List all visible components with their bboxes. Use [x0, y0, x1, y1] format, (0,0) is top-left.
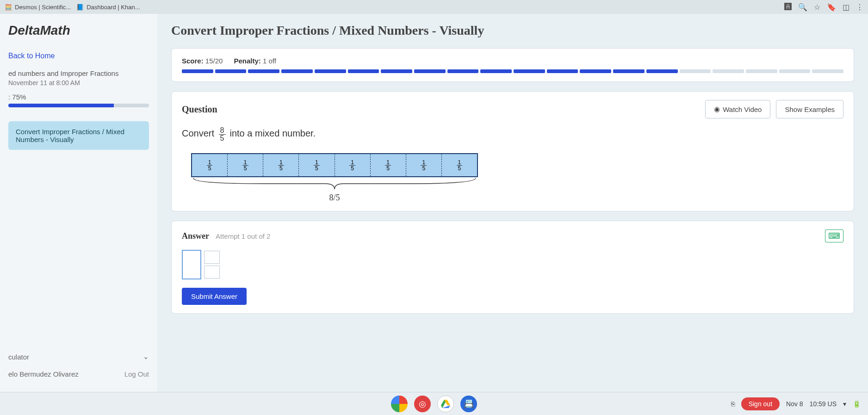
attempt-counter: Attempt 1 out of 2 [216, 232, 270, 240]
play-icon: ◉ [714, 105, 720, 113]
progress-segment [547, 69, 578, 73]
penalty-text: Penalty: 1 off [234, 57, 276, 65]
main-content: Convert Improper Fractions / Mixed Numbe… [157, 14, 868, 392]
submit-answer-button[interactable]: Submit Answer [182, 288, 247, 305]
progress-segment [315, 69, 346, 73]
progress-segment [215, 69, 247, 73]
progress-segment [680, 69, 711, 73]
user-name: elo Bermudez Olivarez [8, 370, 79, 378]
keyboard-icon[interactable]: ⌨ [825, 229, 843, 242]
mixed-number-input[interactable] [182, 250, 843, 279]
progress-segment [613, 69, 645, 73]
progress-segment [248, 69, 279, 73]
wifi-icon[interactable]: ▾ [843, 400, 846, 408]
denominator-input[interactable] [204, 266, 220, 279]
bar-segment: 15 [299, 154, 335, 176]
battery-icon[interactable]: 🔋 [853, 400, 861, 408]
bar-segment: 15 [335, 154, 371, 176]
question-card: Question ◉ Watch Video Show Examples Con… [171, 91, 854, 211]
bar-segment: 15 [406, 154, 442, 176]
progress-segment [779, 69, 811, 73]
assignment-title: ed numbers and Improper Fractions [8, 69, 149, 77]
page-title: Convert Improper Fractions / Mixed Numbe… [171, 23, 854, 38]
progress-segment [348, 69, 379, 73]
question-prompt: Convert 8 5 into a mixed number. [182, 127, 843, 142]
progress-segment [646, 69, 678, 73]
tray-icon[interactable]: ⎘ [731, 400, 735, 408]
bar-segment: 15 [228, 154, 263, 176]
skill-item-active[interactable]: Convert Improper Fractions / Mixed Numbe… [8, 121, 149, 150]
back-to-home-link[interactable]: Back to Home [8, 52, 149, 60]
browser-tab[interactable]: 📘 Dashboard | Khan... [76, 4, 140, 11]
chevron-down-icon: ⌄ [143, 353, 149, 361]
answer-card: Answer Attempt 1 out of 2 ⌨ Submit Answe… [171, 221, 854, 314]
assignment-percent: : 75% [8, 93, 149, 101]
fraction-bar-model: 1515151515151515 [191, 153, 478, 177]
drive-icon[interactable] [437, 396, 454, 412]
assignment-due: November 11 at 8:00 AM [8, 79, 149, 87]
app-icon-blue[interactable]: 📇 [460, 396, 477, 412]
fraction-8-5: 8 5 [219, 127, 226, 142]
brace-total-label: 8/5 [191, 193, 478, 203]
answer-heading: Answer [182, 231, 209, 241]
star-icon[interactable]: ☆ [814, 3, 820, 12]
bar-segment: 15 [371, 154, 406, 176]
os-taskbar: ◎ 📇 ⎘ Sign out Nov 8 10:59 US ▾ 🔋 [0, 392, 868, 415]
brace-icon [191, 177, 478, 191]
progress-segment [580, 69, 611, 73]
search-icon[interactable]: 🔍 [798, 3, 807, 12]
show-examples-button[interactable]: Show Examples [776, 100, 843, 118]
score-progress-track [182, 69, 843, 73]
score-text: Score: 15/20 [182, 57, 223, 65]
user-row: elo Bermudez Olivarez Log Out [8, 365, 149, 383]
taskbar-time: 10:59 US [810, 400, 837, 408]
khan-icon: 📘 [76, 4, 84, 11]
logout-link[interactable]: Log Out [124, 370, 149, 378]
calculator-label: culator [8, 353, 29, 361]
bar-segment: 15 [263, 154, 299, 176]
translate-icon[interactable]: 🅰 [784, 3, 792, 12]
show-examples-label: Show Examples [785, 105, 835, 113]
sign-out-button[interactable]: Sign out [741, 397, 780, 410]
bar-segment: 15 [192, 154, 228, 176]
progress-segment [514, 69, 545, 73]
watch-video-label: Watch Video [723, 105, 762, 113]
bar-segment: 15 [442, 154, 477, 176]
logo: DeltaMath [8, 23, 149, 38]
whole-number-input[interactable] [182, 250, 201, 279]
progress-segment [414, 69, 446, 73]
assignment-progress-bar [8, 104, 149, 107]
tab-label: Desmos | Scientific... [15, 4, 71, 11]
progress-segment [746, 69, 777, 73]
progress-segment [447, 69, 479, 73]
extension-icon[interactable]: ◫ [843, 3, 849, 12]
watch-video-button[interactable]: ◉ Watch Video [705, 100, 770, 118]
progress-segment [713, 69, 744, 73]
app-icon-red[interactable]: ◎ [414, 396, 431, 412]
bookmark-icon[interactable]: 🔖 [827, 3, 836, 12]
sidebar: DeltaMath Back to Home ed numbers and Im… [0, 14, 157, 392]
numerator-input[interactable] [204, 251, 220, 264]
tab-label: Dashboard | Khan... [87, 4, 140, 11]
chrome-icon[interactable] [391, 396, 408, 412]
browser-tab[interactable]: 🧮 Desmos | Scientific... [5, 4, 71, 11]
browser-tab-strip: 🧮 Desmos | Scientific... 📘 Dashboard | K… [0, 0, 868, 14]
progress-segment [281, 69, 313, 73]
progress-segment [812, 69, 843, 73]
question-heading: Question [182, 104, 217, 115]
calculator-toggle[interactable]: culator ⌄ [8, 348, 149, 365]
progress-segment [480, 69, 512, 73]
brace: 8/5 [191, 177, 478, 203]
menu-icon[interactable]: ⋮ [856, 3, 863, 12]
desmos-icon: 🧮 [5, 4, 12, 11]
score-card: Score: 15/20 Penalty: 1 off [171, 48, 854, 82]
taskbar-date: Nov 8 [786, 400, 803, 408]
progress-segment [381, 69, 412, 73]
progress-segment [182, 69, 213, 73]
